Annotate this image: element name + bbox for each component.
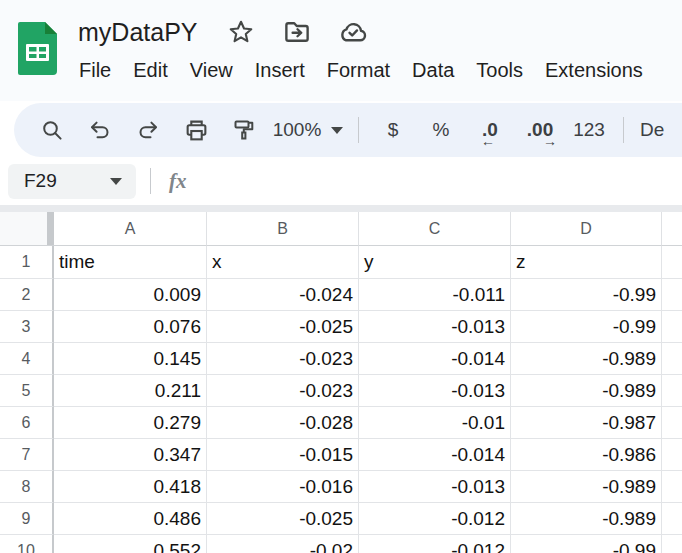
column-header-B[interactable]: B <box>207 212 359 246</box>
cell-A5[interactable]: 0.211 <box>54 375 207 407</box>
font-dropdown[interactable]: De <box>634 109 670 151</box>
row-header-9[interactable]: 9 <box>0 503 54 535</box>
cell-C10[interactable]: -0.012 <box>359 535 511 553</box>
cell-B3[interactable]: -0.025 <box>207 311 359 343</box>
table-row: 50.211-0.023-0.013-0.989 <box>0 375 682 407</box>
column-header-C[interactable]: C <box>359 212 511 246</box>
cell-C9[interactable]: -0.012 <box>359 503 511 535</box>
cell-C7[interactable]: -0.014 <box>359 439 511 471</box>
cell-A6[interactable]: 0.279 <box>54 407 207 439</box>
cell-A7[interactable]: 0.347 <box>54 439 207 471</box>
cell-B10[interactable]: -0.02 <box>207 535 359 553</box>
paint-format-icon[interactable] <box>220 109 268 151</box>
row-header-3[interactable]: 3 <box>0 311 54 343</box>
search-icon[interactable] <box>28 109 76 151</box>
cell-A10[interactable]: 0.552 <box>54 535 207 553</box>
cell-C1[interactable]: y <box>359 246 511 279</box>
column-header-E-sliver[interactable] <box>662 212 682 246</box>
cell-B7[interactable]: -0.015 <box>207 439 359 471</box>
cell-D3[interactable]: -0.99 <box>511 311 662 343</box>
row-header-4[interactable]: 4 <box>0 343 54 375</box>
cell-C8[interactable]: -0.013 <box>359 471 511 503</box>
name-box-value: F29 <box>24 170 57 192</box>
column-header-D[interactable]: D <box>511 212 662 246</box>
menu-item-format[interactable]: Format <box>316 55 401 86</box>
cell-D10[interactable]: -0.99 <box>511 535 662 553</box>
cell-E4[interactable] <box>662 343 682 375</box>
cell-D1[interactable]: z <box>511 246 662 279</box>
undo-icon[interactable] <box>76 109 124 151</box>
column-header-row: ABCD <box>0 212 682 246</box>
move-folder-icon[interactable] <box>281 16 313 48</box>
format-currency-button[interactable]: $ <box>369 109 417 151</box>
menu-item-insert[interactable]: Insert <box>244 55 316 86</box>
row-header-10[interactable]: 10 <box>0 535 54 553</box>
star-icon[interactable] <box>225 16 257 48</box>
cell-E2[interactable] <box>662 279 682 311</box>
cell-E9[interactable] <box>662 503 682 535</box>
cell-B9[interactable]: -0.025 <box>207 503 359 535</box>
menu-item-edit[interactable]: Edit <box>122 55 178 86</box>
select-all-corner[interactable] <box>0 212 54 246</box>
row-header-1[interactable]: 1 <box>0 246 54 279</box>
table-row: 20.009-0.024-0.011-0.99 <box>0 279 682 311</box>
menu-item-tools[interactable]: Tools <box>465 55 534 86</box>
cell-A2[interactable]: 0.009 <box>54 279 207 311</box>
document-title[interactable]: myDataPY <box>78 18 197 47</box>
cell-B6[interactable]: -0.028 <box>207 407 359 439</box>
sheets-logo-icon[interactable] <box>18 22 57 75</box>
row-header-2[interactable]: 2 <box>0 279 54 311</box>
name-box[interactable]: F29 <box>8 164 136 199</box>
cell-D6[interactable]: -0.987 <box>511 407 662 439</box>
cell-C3[interactable]: -0.013 <box>359 311 511 343</box>
cell-D2[interactable]: -0.99 <box>511 279 662 311</box>
cell-A8[interactable]: 0.418 <box>54 471 207 503</box>
increase-decimal-button[interactable]: .00 → <box>515 109 565 151</box>
zoom-dropdown[interactable]: 100% <box>268 109 348 151</box>
menu-item-view[interactable]: View <box>179 55 244 86</box>
cell-D9[interactable]: -0.989 <box>511 503 662 535</box>
cell-E5[interactable] <box>662 375 682 407</box>
cell-E10[interactable] <box>662 535 682 553</box>
cell-E7[interactable] <box>662 439 682 471</box>
row-header-5[interactable]: 5 <box>0 375 54 407</box>
cell-E8[interactable] <box>662 471 682 503</box>
cell-B2[interactable]: -0.024 <box>207 279 359 311</box>
cell-B5[interactable]: -0.023 <box>207 375 359 407</box>
menu-item-file[interactable]: File <box>68 55 122 86</box>
cell-B1[interactable]: x <box>207 246 359 279</box>
toolbar: 100% $ % .0 ← .00 → 123 De <box>14 103 682 157</box>
cell-E1[interactable] <box>662 246 682 279</box>
format-percent-button[interactable]: % <box>417 109 465 151</box>
cell-C4[interactable]: -0.014 <box>359 343 511 375</box>
cell-A4[interactable]: 0.145 <box>54 343 207 375</box>
cell-B4[interactable]: -0.023 <box>207 343 359 375</box>
cell-D5[interactable]: -0.989 <box>511 375 662 407</box>
cell-A1[interactable]: time <box>54 246 207 279</box>
menu-item-data[interactable]: Data <box>401 55 465 86</box>
cell-C2[interactable]: -0.011 <box>359 279 511 311</box>
menu-item-extensions[interactable]: Extensions <box>534 55 654 86</box>
cell-D4[interactable]: -0.989 <box>511 343 662 375</box>
cell-A9[interactable]: 0.486 <box>54 503 207 535</box>
cell-B8[interactable]: -0.016 <box>207 471 359 503</box>
grid-rows: 1timexyz20.009-0.024-0.011-0.9930.076-0.… <box>0 246 682 553</box>
row-header-6[interactable]: 6 <box>0 407 54 439</box>
row-header-7[interactable]: 7 <box>0 439 54 471</box>
cell-C5[interactable]: -0.013 <box>359 375 511 407</box>
cell-D8[interactable]: -0.989 <box>511 471 662 503</box>
decrease-decimal-button[interactable]: .0 ← <box>465 109 515 151</box>
table-row: 40.145-0.023-0.014-0.989 <box>0 343 682 375</box>
menu-bar: FileEditViewInsertFormatDataToolsExtensi… <box>68 55 654 86</box>
cell-E3[interactable] <box>662 311 682 343</box>
column-header-A[interactable]: A <box>54 212 207 246</box>
more-formats-button[interactable]: 123 <box>565 109 613 151</box>
redo-icon[interactable] <box>124 109 172 151</box>
row-header-8[interactable]: 8 <box>0 471 54 503</box>
cell-D7[interactable]: -0.986 <box>511 439 662 471</box>
cell-E6[interactable] <box>662 407 682 439</box>
print-icon[interactable] <box>172 109 220 151</box>
cell-A3[interactable]: 0.076 <box>54 311 207 343</box>
cell-C6[interactable]: -0.01 <box>359 407 511 439</box>
cloud-saved-icon[interactable] <box>337 16 369 48</box>
